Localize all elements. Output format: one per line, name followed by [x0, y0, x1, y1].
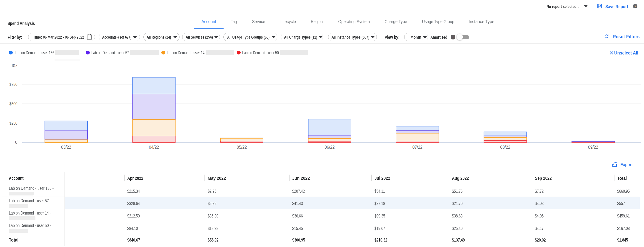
svg-text:09/22: 09/22: [588, 145, 598, 150]
svg-text:$500: $500: [10, 101, 18, 106]
svg-text:$250: $250: [10, 121, 18, 126]
svg-text:07/22: 07/22: [412, 145, 423, 150]
svg-text:$750: $750: [10, 82, 18, 87]
svg-text:04/22: 04/22: [149, 145, 159, 150]
svg-text:0: 0: [15, 140, 17, 145]
svg-text:06/22: 06/22: [324, 145, 335, 150]
svg-text:05/22: 05/22: [237, 145, 247, 150]
svg-text:03/22: 03/22: [61, 145, 71, 150]
svg-text:08/22: 08/22: [500, 145, 510, 150]
svg-text:$1k: $1k: [12, 63, 18, 68]
